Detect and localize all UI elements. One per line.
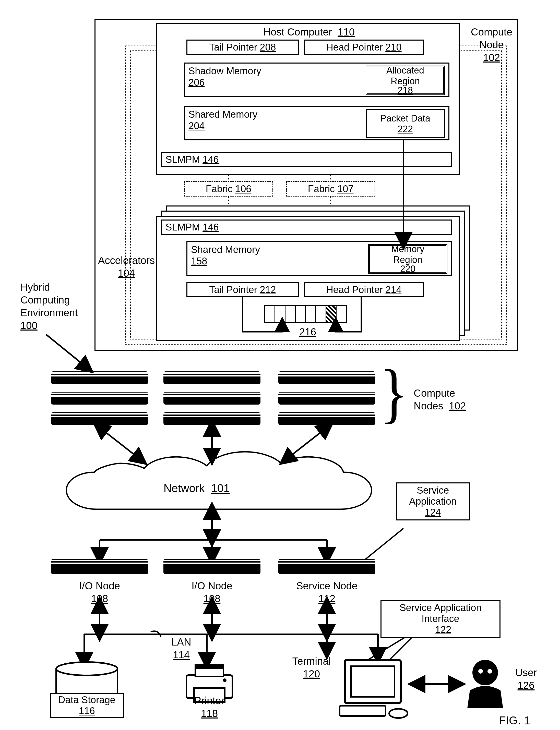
shared-memory-host-box: Shared Memory 204 Packet Data 222 [184,106,449,140]
sai-text: Service ApplicationInterface [385,602,496,624]
tp-host-ref: 208 [260,42,276,53]
packet-data-ref: 222 [398,124,413,135]
hp-host-ref: 210 [385,42,401,53]
tp-acc-text: Tail Pointer [209,284,257,295]
server-bar [278,412,375,425]
tail-pointer-acc: Tail Pointer 212 [186,282,299,297]
io-node-server [163,559,260,574]
mem-region-ref: 220 [400,264,415,275]
compute-nodes-group-label: ComputeNodes 102 [414,387,480,412]
network-ref: 101 [211,482,230,494]
head-pointer-host: Head Pointer 210 [304,40,424,55]
ds-text: Data Storage [58,695,115,705]
svc-node-text: Service Node [296,580,358,591]
io1-text: I/O Node [79,580,120,591]
host-computer-text: Host Computer [263,26,332,38]
ds-ref: 116 [79,705,95,716]
accelerators-label: Accelerators 104 [94,254,158,280]
fifo-buffer [264,305,347,323]
server-bar [163,392,260,404]
mem-region-text: MemoryRegion [391,244,424,265]
slmpm-acc-text: SLMPM [165,222,200,233]
server-bar [51,371,148,384]
service-app-tag: ServiceApplication 124 [396,482,470,520]
service-node-server [278,559,375,574]
allocated-region-box: AllocatedRegion 218 [366,66,445,95]
user-ref: 126 [518,680,535,691]
svg-rect-30 [195,666,223,669]
lan-ref: 114 [173,649,190,660]
io-node-1-label: I/O Node 108 [66,579,133,605]
user-icon [460,657,511,713]
shadow-mem-ref: 206 [188,77,205,88]
svg-point-38 [478,669,483,674]
fabric-a-text: Fabric [206,184,233,195]
svg-rect-34 [351,666,395,697]
fifo-ref-label: 216 [286,326,329,338]
alloc-region-ref: 218 [398,85,413,96]
svg-line-14 [363,528,403,561]
svg-line-0 [46,335,87,367]
hce-text: HybridComputingEnvironment [20,282,78,318]
io2-text: I/O Node [192,580,232,591]
alloc-region-text: AllocatedRegion [386,65,424,87]
terminal-label: Terminal 120 [283,655,340,680]
svg-point-39 [487,669,492,674]
svg-line-8 [286,427,327,459]
svg-point-32 [223,678,227,682]
svg-point-37 [472,660,498,685]
term-ref: 120 [303,668,320,679]
shared-memory-acc-box: Shared Memory 158 MemoryRegion 220 [186,241,452,276]
fabric-a-ref: 106 [235,184,251,195]
network-label: Network 101 [148,481,245,495]
svg-line-6 [100,427,140,459]
svc-app-ref: 124 [425,507,441,518]
io2-ref: 108 [204,593,221,604]
brace-icon: } [379,355,408,431]
acc-ref: 104 [118,268,135,279]
server-bar [51,392,148,404]
lan-label: LAN 114 [161,636,202,661]
shm-acc-ref: 158 [191,256,207,267]
tp-acc-ref: 212 [260,284,276,295]
svc-node-ref: 112 [318,593,336,604]
hce-label: HybridComputingEnvironment 100 [20,281,87,332]
io-node-2-label: I/O Node 108 [179,579,245,605]
acc-text: Accelerators [98,255,155,266]
printer-ref: 118 [201,708,218,719]
shadow-mem-text: Shadow Memory [188,66,261,77]
fabric-b: Fabric 107 [286,181,375,197]
svg-point-36 [389,709,408,718]
svc-app-text: ServiceApplication [400,485,466,507]
memory-region-box: MemoryRegion 220 [368,244,447,274]
shm-acc-text: Shared Memory [191,244,260,255]
sai-tag: Service ApplicationInterface 122 [380,600,501,638]
fig-label: FIG. 1 [483,713,546,727]
term-text: Terminal [292,655,331,667]
shm-host-text: Shared Memory [188,109,257,120]
terminal-icon [337,657,414,724]
io1-ref: 108 [91,593,108,604]
svg-point-27 [56,662,117,675]
fabric-b-text: Fabric [308,184,335,195]
hp-acc-ref: 214 [385,284,401,295]
server-bar [278,392,375,404]
server-bar [51,412,148,425]
tail-pointer-host: Tail Pointer 208 [186,40,299,55]
server-bar [163,371,260,384]
cng-ref: 102 [449,400,466,411]
shm-host-ref: 204 [188,121,205,132]
slmpm-acc-ref: 146 [202,222,219,233]
data-storage-box: Data Storage 116 [50,693,124,718]
tp-host-text: Tail Pointer [209,42,257,53]
slmpm-acc: SLMPM 146 [161,220,452,235]
packet-data-text: Packet Data [380,113,430,124]
server-bar [278,371,375,384]
slmpm-host-text: SLMPM [165,154,200,165]
user-label: User 126 [506,666,546,692]
hp-acc-text: Head Pointer [326,284,383,295]
slmpm-host: SLMPM 146 [161,152,452,167]
network-text: Network [163,482,205,494]
service-node-label: Service Node 112 [289,579,365,605]
fabric-b-ref: 107 [337,184,353,195]
